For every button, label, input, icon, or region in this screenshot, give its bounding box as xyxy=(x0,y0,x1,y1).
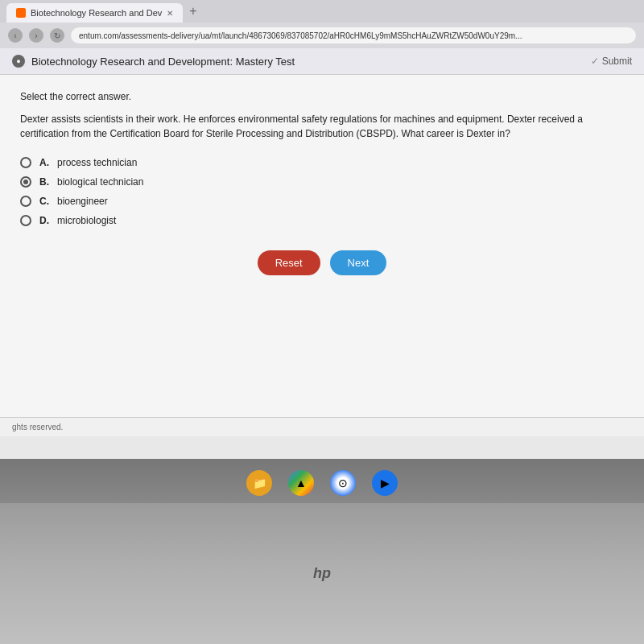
footer-text: ghts reserved. xyxy=(12,423,63,431)
laptop-shell: Biotechnology Research and Dev ✕ + ‹ › ↻… xyxy=(0,0,644,644)
taskbar-drive-icon[interactable]: ▲ xyxy=(288,470,314,496)
page-header: ● Biotechnology Research and Development… xyxy=(0,48,644,75)
option-b[interactable]: B. biological technician xyxy=(20,176,624,188)
options-list: A. process technician B. biological tech… xyxy=(20,157,624,226)
active-tab[interactable]: Biotechnology Research and Dev ✕ xyxy=(6,3,183,23)
radio-a[interactable] xyxy=(20,157,31,168)
taskbar: 📁 ▲ ⊙ ▶ xyxy=(0,459,644,503)
tab-title: Biotechnology Research and Dev xyxy=(31,8,162,18)
option-c-letter: C. xyxy=(39,196,49,207)
browser-tabs: Biotechnology Research and Dev ✕ + xyxy=(0,0,644,23)
option-d-letter: D. xyxy=(39,215,49,226)
hp-logo-area: hp xyxy=(302,503,342,644)
taskbar-play-icon[interactable]: ▶ xyxy=(372,470,398,496)
option-c-text: bioengineer xyxy=(57,196,108,207)
submit-button[interactable]: ✓ Submit xyxy=(591,56,632,67)
submit-check-icon: ✓ xyxy=(591,56,599,67)
option-b-text: biological technician xyxy=(57,176,143,188)
page-footer: ghts reserved. xyxy=(0,417,644,436)
page-content: ● Biotechnology Research and Development… xyxy=(0,48,644,436)
option-a[interactable]: A. process technician xyxy=(20,157,624,168)
option-b-letter: B. xyxy=(39,176,49,188)
instruction-text: Select the correct answer. xyxy=(20,91,624,102)
option-a-letter: A. xyxy=(39,157,49,168)
screen-area: Biotechnology Research and Dev ✕ + ‹ › ↻… xyxy=(0,0,644,459)
option-d-text: microbiologist xyxy=(57,215,116,226)
question-text: Dexter assists scientists in their work.… xyxy=(20,112,624,141)
taskbar-chrome-icon[interactable]: ⊙ xyxy=(330,470,356,496)
refresh-button[interactable]: ↻ xyxy=(50,28,64,43)
quiz-area: Select the correct answer. Dexter assist… xyxy=(0,75,644,417)
address-bar: ‹ › ↻ xyxy=(0,23,644,48)
back-button[interactable]: ‹ xyxy=(8,28,23,43)
keyboard-area: 📁 ▲ ⊙ ▶ hp xyxy=(0,459,644,644)
radio-b[interactable] xyxy=(20,176,31,188)
option-d[interactable]: D. microbiologist xyxy=(20,215,624,226)
taskbar-files-icon[interactable]: 📁 xyxy=(246,470,272,496)
forward-button[interactable]: › xyxy=(29,28,43,43)
header-icon: ● xyxy=(12,55,25,68)
radio-b-inner xyxy=(23,180,28,184)
hp-logo: hp xyxy=(302,562,342,586)
address-input[interactable] xyxy=(71,27,636,43)
reset-button[interactable]: Reset xyxy=(258,250,320,275)
option-a-text: process technician xyxy=(57,157,137,168)
radio-d[interactable] xyxy=(20,215,31,226)
buttons-row: Reset Next xyxy=(20,250,624,275)
tab-favicon xyxy=(16,8,26,18)
new-tab-button[interactable]: + xyxy=(183,4,203,19)
option-c[interactable]: C. bioengineer xyxy=(20,196,624,207)
page-title: Biotechnology Research and Development: … xyxy=(31,56,295,68)
tab-close-button[interactable]: ✕ xyxy=(167,9,173,18)
submit-label: Submit xyxy=(602,56,632,67)
header-left: ● Biotechnology Research and Development… xyxy=(12,55,295,68)
radio-c[interactable] xyxy=(20,196,31,207)
next-button[interactable]: Next xyxy=(330,250,387,275)
